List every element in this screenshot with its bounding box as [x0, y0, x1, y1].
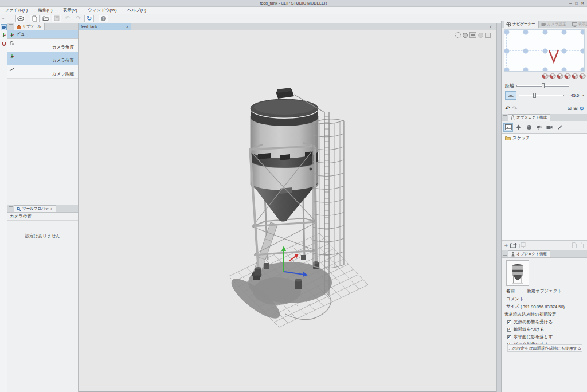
panel-grip[interactable]: [9, 206, 13, 210]
fit-frame-icon[interactable]: ⊡: [568, 105, 572, 111]
gear-solid-icon[interactable]: [463, 33, 468, 38]
page-icon[interactable]: [572, 242, 577, 248]
add-tree-button[interactable]: [514, 123, 523, 132]
size-label: サイズ (: [506, 304, 522, 309]
tab-close-icon[interactable]: ×: [126, 25, 128, 29]
redo-button[interactable]: ↷: [73, 15, 83, 22]
rotate-view-button[interactable]: ↻: [84, 15, 94, 22]
tab-display-settings[interactable]: 表示設定: [570, 21, 587, 28]
view-preset-cube[interactable]: [542, 73, 549, 79]
tab-navigator[interactable]: ナビゲーター: [504, 21, 539, 28]
tab-object-info[interactable]: オブジェクト情報: [508, 250, 550, 257]
camera-history-row: ↶ ↷ ⊡ ⊞ ↻: [505, 104, 584, 112]
tab-feed-tank[interactable]: feed_tank ×: [79, 23, 131, 30]
panel-grip[interactable]: [503, 252, 507, 256]
view-preset-cube[interactable]: [557, 73, 563, 79]
feed-tank-3d-model[interactable]: [79, 30, 496, 392]
new-file-button[interactable]: [30, 15, 40, 22]
subtool-panel: サブツール ビュー カメラ角度 カメラ位置 カメラ距離: [7, 23, 79, 205]
add-sketch-button[interactable]: [503, 123, 513, 132]
view-group-icon: [9, 32, 14, 37]
camera-direction-indicator: [547, 49, 561, 64]
navigator-grid-dot: [561, 30, 566, 35]
view-preset-cube[interactable]: [572, 73, 578, 79]
perspective-control: 45.0 ◔: [505, 91, 584, 100]
main-toolbar: « ↶: [0, 14, 587, 23]
subtool-item-camera-angle[interactable]: カメラ角度: [7, 39, 78, 52]
perspective-button[interactable]: [505, 91, 516, 100]
trash-icon[interactable]: [579, 242, 584, 248]
undo-button[interactable]: ↶: [62, 15, 72, 22]
camera-angle-icon: [9, 40, 15, 46]
panel-splitter[interactable]: [496, 23, 501, 392]
right-panel: ナビゲーター カメラ設定 表示設定: [501, 21, 587, 392]
gear-outline-icon[interactable]: [455, 32, 461, 38]
reset-camera-icon[interactable]: ↻: [580, 105, 584, 112]
navigator-grid-dot: [523, 49, 529, 54]
minimize-button[interactable]: ─: [569, 0, 572, 6]
navigator-grid-dot: [581, 49, 585, 54]
menu-edit[interactable]: 編集(E): [34, 7, 57, 13]
name-value[interactable]: 新規オブジェクト: [527, 288, 562, 294]
save-button[interactable]: [52, 15, 61, 22]
navigator-grid-dot: [523, 30, 529, 35]
add-icon[interactable]: +: [504, 242, 508, 249]
checkbox-outline[interactable]: ✓ 輪郭線をつける: [507, 327, 544, 332]
tab-subtool[interactable]: サブツール: [14, 23, 45, 30]
checkbox-cast-shadow[interactable]: ✓ 水平面に影を落とす: [507, 334, 553, 340]
fit-grid-icon[interactable]: ⊞: [573, 105, 578, 111]
tool-move[interactable]: [1, 32, 7, 38]
maximize-button[interactable]: □: [576, 0, 578, 6]
add-pen-button[interactable]: [555, 123, 565, 132]
3d-viewport-canvas[interactable]: [79, 30, 496, 392]
subtool-group-view[interactable]: ビュー: [7, 30, 78, 39]
minimize-panel-icon[interactable]: [469, 32, 476, 38]
dial-icon[interactable]: ◔: [581, 93, 584, 98]
video-camera-icon: [541, 22, 546, 27]
fov-slider[interactable]: [519, 93, 564, 98]
save-icon: [54, 15, 60, 21]
new-folder-icon[interactable]: [510, 242, 517, 248]
view-preset-cube[interactable]: [564, 73, 571, 79]
navigator-grid-dot: [504, 30, 510, 35]
duplicate-icon[interactable]: [519, 242, 526, 248]
camera-redo-icon[interactable]: ↷: [512, 105, 517, 112]
tool-camera[interactable]: [1, 24, 7, 30]
checkbox-light-source[interactable]: ✓ 光源の影響を受ける: [507, 319, 553, 325]
camera-undo-icon[interactable]: ↶: [505, 105, 510, 112]
menu-view[interactable]: 表示(V): [58, 7, 82, 13]
menu-file[interactable]: ファイル(F): [0, 7, 32, 13]
size-x: 391.90: [522, 304, 536, 309]
tab-object-composition[interactable]: オブジェクト構成: [508, 114, 550, 121]
tab-tool-property[interactable]: ツールプロパティ: [14, 205, 56, 212]
start-screen-button[interactable]: [15, 15, 25, 22]
panel-grip[interactable]: [503, 115, 507, 119]
subtool-item-camera-distance[interactable]: カメラ距離: [7, 65, 78, 79]
view-preset-cube[interactable]: [579, 73, 586, 79]
object-info-icon: [510, 252, 515, 257]
distance-slider[interactable]: [516, 83, 569, 88]
add-light-button[interactable]: [534, 123, 544, 132]
menu-window[interactable]: ウィンドウ(W): [83, 7, 121, 13]
help-button[interactable]: ?: [99, 15, 108, 22]
use-settings-next-time-button[interactable]: この設定を次回新規作成時にも使用する: [507, 344, 582, 352]
tool-strip: [0, 23, 7, 392]
subtool-item-camera-position[interactable]: カメラ位置: [7, 52, 78, 65]
collapse-toolbar-icon[interactable]: «: [0, 17, 7, 21]
float-panel-icon[interactable]: [485, 33, 491, 38]
panel-grip[interactable]: [9, 24, 13, 28]
add-camera-button[interactable]: [545, 123, 554, 132]
eye-icon: [17, 16, 24, 21]
dim-circle-icon[interactable]: [478, 33, 483, 38]
tab-camera-settings[interactable]: カメラ設定: [539, 21, 570, 28]
tree-item-sketch[interactable]: スケッチ: [502, 134, 587, 141]
view-preset-cube[interactable]: [549, 73, 556, 79]
navigator-preview[interactable]: [504, 29, 585, 72]
close-button[interactable]: ✕: [581, 0, 584, 6]
add-primitive-button[interactable]: [524, 123, 534, 132]
tab-list-chevron-icon[interactable]: ∨: [490, 24, 492, 28]
menu-help[interactable]: ヘルプ(H): [123, 7, 151, 13]
tool-magnet[interactable]: [1, 40, 7, 46]
object-thumbnail[interactable]: [506, 260, 529, 286]
open-file-button[interactable]: [41, 15, 50, 22]
